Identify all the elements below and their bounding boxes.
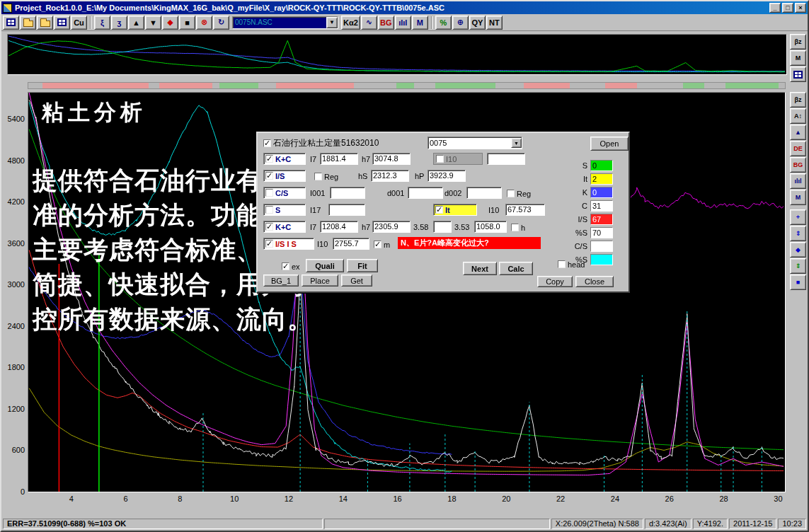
reg2-checkbox-group[interactable]: Reg — [507, 188, 531, 199]
percent-button[interactable]: % — [435, 16, 452, 30]
rail-marker-button[interactable]: ◆ — [790, 242, 806, 258]
table-button[interactable] — [3, 16, 19, 30]
title-bar[interactable]: Project_Rock1.0.0_E:\My Documents\KingMA… — [1, 1, 808, 14]
histogram-button[interactable]: ılıl — [395, 16, 411, 30]
file-combobox[interactable]: 0075N.ASC ▼ — [232, 16, 338, 29]
cs-field[interactable]: C/S — [263, 187, 306, 199]
rail-move-button[interactable]: + — [790, 209, 806, 225]
d353-field[interactable]: 1058.0 — [474, 221, 507, 233]
dialog-title-checkbox[interactable] — [263, 139, 271, 147]
quali-button[interactable]: Quali — [306, 259, 344, 272]
i10-value-field[interactable] — [487, 153, 525, 165]
stop-button[interactable]: ■ — [179, 16, 195, 30]
hs-field[interactable]: 2312.3 — [371, 170, 409, 182]
kc2-checkbox[interactable] — [265, 223, 273, 231]
m-checkbox-group[interactable]: m — [374, 239, 390, 250]
it-checkbox[interactable] — [435, 206, 443, 214]
rail-stop-button[interactable]: ■ — [790, 274, 806, 290]
restore-button[interactable]: □ — [782, 3, 793, 13]
strip-button[interactable]: ʒ — [111, 16, 127, 30]
bg1-button[interactable]: BG_1 — [263, 274, 299, 287]
sample-dropdown-icon[interactable]: ▼ — [511, 138, 522, 148]
isis-field[interactable]: I/S I S — [263, 238, 314, 250]
reg1-checkbox[interactable] — [314, 173, 322, 180]
anode-cu-button[interactable]: Cu — [71, 16, 87, 30]
reg2-checkbox[interactable] — [507, 190, 515, 197]
s-checkbox[interactable] — [265, 206, 273, 214]
sample-combobox[interactable]: 0075 ▼ — [428, 137, 522, 149]
i17-field[interactable] — [328, 204, 365, 216]
rail-trace-button[interactable]: M — [790, 50, 806, 66]
isis-checkbox[interactable] — [265, 240, 273, 248]
kalpha2-button[interactable]: Kα2 — [341, 16, 360, 30]
rail-peaks-button[interactable]: ▲ — [790, 125, 806, 140]
is1-field[interactable]: I/S — [263, 170, 306, 182]
h-checkbox[interactable] — [511, 224, 519, 231]
it-field[interactable]: It — [433, 204, 477, 216]
i7b-field[interactable]: 1208.4 — [320, 221, 358, 233]
rail-table-button[interactable] — [790, 66, 806, 82]
close-button[interactable]: × — [795, 3, 806, 13]
is1-checkbox[interactable] — [265, 172, 273, 180]
i001-field[interactable] — [330, 187, 365, 199]
h7-field[interactable]: 3074.8 — [372, 153, 411, 165]
i7-field[interactable]: 1881.4 — [320, 153, 358, 165]
rail-expand-button[interactable]: ⇕ — [790, 226, 806, 241]
rail-bz-button[interactable]: βz — [790, 92, 806, 108]
background-button[interactable]: BG — [378, 16, 394, 30]
place-button[interactable]: Place — [302, 274, 338, 287]
rail-fit-button[interactable]: M — [790, 190, 806, 205]
wave-button[interactable]: ∿ — [361, 16, 377, 30]
open-project-button[interactable] — [37, 16, 53, 30]
scale-down-button[interactable]: ▼ — [145, 16, 161, 30]
d358-field[interactable] — [433, 221, 452, 233]
ex-checkbox[interactable] — [282, 262, 289, 270]
rail-bg-button[interactable]: BG — [790, 157, 806, 173]
d001-field[interactable] — [408, 187, 443, 199]
fit-button[interactable]: Fit — [347, 259, 378, 272]
globe-button[interactable]: ⊕ — [452, 16, 469, 30]
kc1-checkbox[interactable] — [265, 155, 273, 163]
overview-canvas[interactable] — [8, 35, 786, 74]
i10b-field[interactable]: 67.573 — [505, 204, 545, 216]
refresh-button[interactable]: ↻ — [213, 16, 229, 30]
calc-button[interactable]: Calc — [499, 262, 533, 275]
scale-up-button[interactable]: ▲ — [128, 16, 144, 30]
rail-de-button[interactable]: DE — [790, 141, 806, 156]
next-button[interactable]: Next — [463, 262, 497, 275]
delete-button[interactable]: ⊗ — [196, 16, 212, 30]
qy-button[interactable]: QY — [469, 16, 486, 30]
h7b-field[interactable]: 2305.9 — [372, 221, 411, 233]
rail-bz2-button[interactable]: βz — [790, 34, 806, 50]
dialog-title-checkbox-group[interactable]: 石油行业粘土定量51632010 — [263, 138, 379, 149]
kc2-field[interactable]: K+C — [263, 221, 306, 233]
peakfit-button[interactable]: M — [412, 16, 428, 30]
copy-button[interactable]: Copy — [537, 276, 573, 287]
cs-checkbox[interactable] — [265, 189, 273, 197]
i10-checkbox[interactable] — [436, 155, 444, 163]
i10c-field[interactable]: 2755.7 — [333, 238, 369, 250]
kc1-label: K+C — [275, 155, 291, 163]
rail-hist-button[interactable]: ılıl — [790, 173, 806, 189]
h-checkbox-group[interactable]: h — [511, 222, 525, 233]
minimize-button[interactable]: _ — [769, 3, 781, 13]
open-button[interactable]: Open — [590, 137, 629, 151]
data-grid-button[interactable] — [54, 16, 70, 30]
kc1-field[interactable]: K+C — [263, 153, 306, 165]
reg1-checkbox-group[interactable]: Reg — [314, 171, 338, 182]
marker-button[interactable]: ◆ — [162, 16, 178, 30]
get-button[interactable]: Get — [341, 274, 372, 287]
s-field[interactable]: S — [263, 204, 306, 216]
combobox-dropdown-icon[interactable]: ▼ — [326, 17, 338, 28]
ex-checkbox-group[interactable]: ex — [282, 261, 300, 272]
rail-scale-button[interactable]: A↕ — [790, 108, 806, 124]
open-file-button[interactable] — [20, 16, 36, 30]
close-dialog-button[interactable]: Close — [575, 276, 614, 287]
d002-field[interactable] — [466, 187, 502, 199]
smooth-button[interactable]: ξ — [94, 16, 110, 30]
overview-chart[interactable] — [7, 34, 787, 75]
m-checkbox[interactable] — [374, 241, 381, 248]
rail-range-button[interactable]: ⇕ — [790, 258, 806, 274]
nt-button[interactable]: NT — [486, 16, 503, 30]
hp-field[interactable]: 3923.9 — [428, 170, 466, 182]
